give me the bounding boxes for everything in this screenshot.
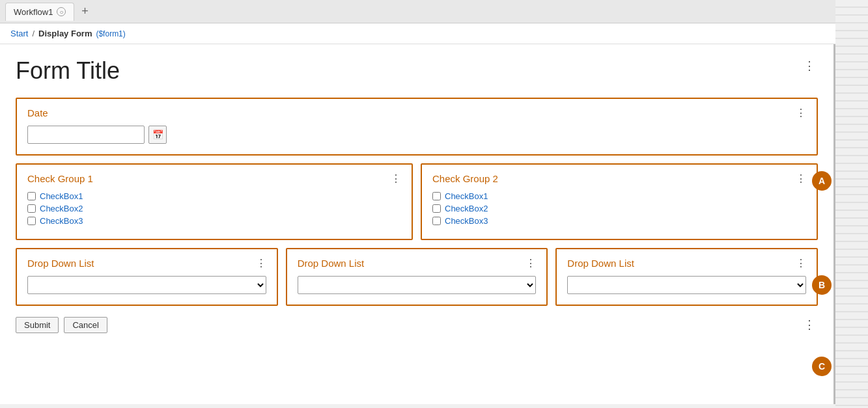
checkbox-1-1-input[interactable] <box>27 192 36 200</box>
checkbox-2-2: CheckBox2 <box>432 204 806 213</box>
date-kebab-menu[interactable]: ⋮ <box>796 107 806 119</box>
form-actions: Submit Cancel ⋮ <box>16 316 818 333</box>
check-group-1-kebab[interactable]: ⋮ <box>391 172 401 185</box>
cancel-button[interactable]: Cancel <box>64 317 107 333</box>
check-group-2-header: Check Group 2 ⋮ <box>432 172 806 185</box>
form-kebab-menu[interactable]: ⋮ <box>801 57 818 74</box>
dropdown-3-label: Drop Down List <box>567 258 634 269</box>
breadcrumb-start[interactable]: Start <box>10 29 28 38</box>
checkbox-2-3: CheckBox3 <box>432 216 806 226</box>
calendar-button[interactable]: 📅 <box>148 126 167 144</box>
tab-label: Workflow1 <box>14 7 53 17</box>
dropdowns-row: Drop Down List ⋮ Drop Down List ⋮ <box>16 248 818 306</box>
breadcrumb-current: Display Form <box>38 29 92 38</box>
checkbox-1-1: CheckBox1 <box>27 191 401 201</box>
checkbox-2-3-input[interactable] <box>432 217 441 225</box>
tab-close-icon[interactable]: ○ <box>57 7 66 16</box>
checkbox-2-1-label: CheckBox1 <box>445 191 488 201</box>
actions-kebab-menu[interactable]: ⋮ <box>801 316 818 333</box>
dropdown-2-label: Drop Down List <box>298 258 365 269</box>
side-label-c: C <box>812 357 832 376</box>
dropdown-3-header: Drop Down List ⋮ <box>567 257 806 269</box>
checkbox-2-2-label: CheckBox2 <box>445 204 488 213</box>
checkbox-1-1-label: CheckBox1 <box>40 191 83 201</box>
content-wrapper: Form Title ⋮ Date ⋮ 📅 <box>0 44 835 404</box>
check-groups-row: Check Group 1 ⋮ CheckBox1 CheckBox2 <box>16 163 818 240</box>
dropdown-3-kebab[interactable]: ⋮ <box>796 257 806 269</box>
dropdown-2-header: Drop Down List ⋮ <box>298 257 537 269</box>
side-label-a: A <box>812 171 832 191</box>
date-label: Date <box>27 107 48 118</box>
breadcrumb: Start / Display Form ($form1) <box>0 23 868 44</box>
dropdown-3-select[interactable] <box>567 276 806 294</box>
side-label-b: B <box>812 275 832 295</box>
checkbox-1-2-input[interactable] <box>27 204 36 213</box>
checkbox-1-2-label: CheckBox2 <box>40 204 83 213</box>
check-group-1-section: Check Group 1 ⋮ CheckBox1 CheckBox2 <box>16 163 413 240</box>
checkbox-2-2-input[interactable] <box>432 204 441 213</box>
checkbox-1-3-input[interactable] <box>27 217 36 225</box>
breadcrumb-variable: ($form1) <box>96 29 125 38</box>
jagged-edge <box>835 0 868 408</box>
date-input-row: 📅 <box>27 126 806 144</box>
tab-bar: Workflow1 ○ + <box>0 0 868 23</box>
dropdown-2-section: Drop Down List ⋮ <box>286 248 548 306</box>
dropdown-1-section: Drop Down List ⋮ <box>16 248 278 306</box>
check-group-1-label: Check Group 1 <box>27 173 93 184</box>
page-wrapper: Workflow1 ○ + Start / Display Form ($for… <box>0 0 868 408</box>
check-group-1-header: Check Group 1 ⋮ <box>27 172 401 185</box>
breadcrumb-separator: / <box>32 29 35 38</box>
checkbox-2-1-input[interactable] <box>432 192 441 200</box>
dropdown-1-kebab[interactable]: ⋮ <box>256 257 266 269</box>
dropdown-3-section: Drop Down List ⋮ <box>555 248 818 306</box>
check-group-2-label: Check Group 2 <box>432 173 498 184</box>
checkbox-2-3-label: CheckBox3 <box>445 216 488 226</box>
checkbox-1-3-label: CheckBox3 <box>40 216 83 226</box>
form-title-row: Form Title ⋮ <box>16 57 818 85</box>
date-section: Date ⋮ 📅 <box>16 98 818 156</box>
date-section-header: Date ⋮ <box>27 107 806 119</box>
main-content: Form Title ⋮ Date ⋮ 📅 <box>0 44 835 404</box>
form-sections: Date ⋮ 📅 Check Group 1 <box>16 98 818 306</box>
dropdown-2-select[interactable] <box>298 276 537 294</box>
tab-add-button[interactable]: + <box>77 4 92 20</box>
dropdown-2-kebab[interactable]: ⋮ <box>525 257 536 269</box>
dropdown-1-header: Drop Down List ⋮ <box>27 257 266 269</box>
check-group-2-kebab[interactable]: ⋮ <box>796 172 806 185</box>
dropdown-1-label: Drop Down List <box>27 258 94 269</box>
dropdown-1-select[interactable] <box>27 276 266 294</box>
checkbox-2-1: CheckBox1 <box>432 191 806 201</box>
submit-button[interactable]: Submit <box>16 317 59 333</box>
calendar-icon: 📅 <box>152 129 163 140</box>
checkbox-1-2: CheckBox2 <box>27 204 401 213</box>
checkbox-1-3: CheckBox3 <box>27 216 401 226</box>
action-buttons: Submit Cancel <box>16 317 107 333</box>
form-title: Form Title <box>16 57 120 85</box>
date-input[interactable] <box>27 126 145 144</box>
workflow-tab[interactable]: Workflow1 ○ <box>5 3 74 21</box>
check-group-2-section: Check Group 2 ⋮ CheckBox1 CheckBox2 <box>421 163 818 240</box>
